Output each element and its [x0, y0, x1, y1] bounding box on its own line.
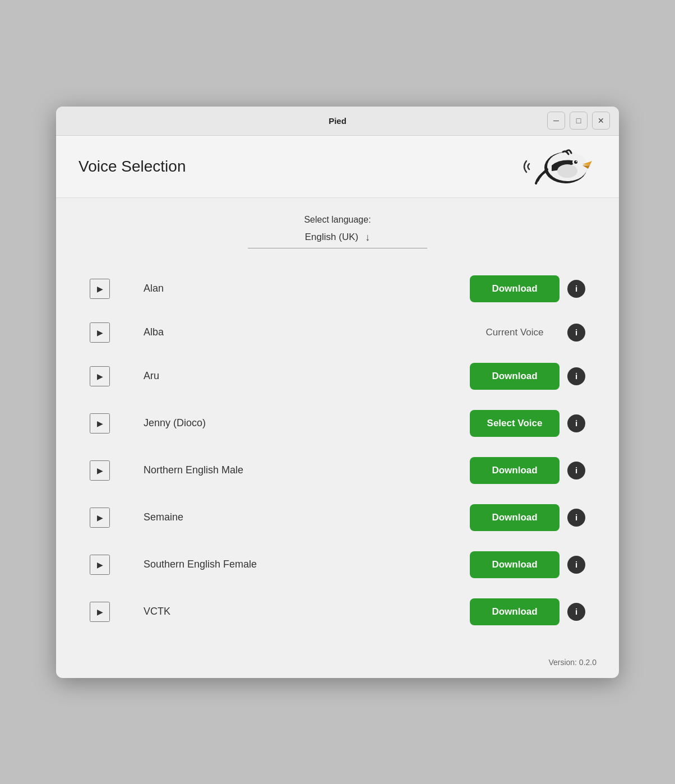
play-button[interactable]: ▶	[90, 508, 110, 528]
voice-row: ▶Southern English FemaleDownloadi	[78, 541, 597, 588]
download-button[interactable]: Download	[470, 275, 560, 302]
voice-name: Alan	[110, 283, 470, 294]
download-button[interactable]: Download	[470, 551, 560, 578]
chevron-down-icon: ↓	[365, 232, 370, 243]
play-button[interactable]: ▶	[90, 366, 110, 386]
voice-row: ▶AlanDownloadi	[78, 265, 597, 312]
voice-action-area: Downloadi	[470, 551, 585, 578]
info-button[interactable]: i	[567, 509, 585, 527]
play-button[interactable]: ▶	[90, 602, 110, 622]
voice-action-area: Downloadi	[470, 275, 585, 302]
info-button[interactable]: i	[567, 556, 585, 574]
content-area: Select language: English (UK) ↓ ▶AlanDow…	[56, 198, 619, 652]
maximize-button[interactable]: □	[570, 112, 588, 130]
voice-action-area: Downloadi	[470, 457, 585, 484]
voice-row: ▶AruDownloadi	[78, 353, 597, 400]
voice-row: ▶Jenny (Dioco)Select Voicei	[78, 400, 597, 447]
voice-name: Southern English Female	[110, 559, 470, 570]
info-button[interactable]: i	[567, 414, 585, 432]
language-label: Select language:	[78, 215, 597, 225]
download-button[interactable]: Download	[470, 504, 560, 531]
footer: Version: 0.2.0	[56, 652, 619, 678]
play-button[interactable]: ▶	[90, 555, 110, 575]
version-label: Version: 0.2.0	[548, 658, 597, 667]
voice-name: VCTK	[110, 606, 470, 617]
window-title: Pied	[329, 116, 346, 126]
voice-action-area: Current Voicei	[470, 324, 585, 342]
close-button[interactable]: ✕	[592, 112, 610, 130]
info-button[interactable]: i	[567, 462, 585, 479]
voice-action-area: Downloadi	[470, 363, 585, 390]
voice-action-area: Select Voicei	[470, 410, 585, 437]
play-button[interactable]: ▶	[90, 279, 110, 299]
select-voice-button[interactable]: Select Voice	[470, 410, 560, 437]
voice-action-area: Downloadi	[470, 504, 585, 531]
language-dropdown[interactable]: English (UK) ↓	[248, 232, 427, 248]
voice-list: ▶AlanDownloadi▶AlbaCurrent Voicei▶AruDow…	[78, 265, 597, 635]
voice-row: ▶SemaineDownloadi	[78, 494, 597, 541]
download-button[interactable]: Download	[470, 363, 560, 390]
bird-logo	[518, 147, 597, 186]
download-button[interactable]: Download	[470, 598, 560, 625]
current-voice-label: Current Voice	[470, 327, 560, 338]
play-button[interactable]: ▶	[90, 322, 110, 343]
voice-row: ▶VCTKDownloadi	[78, 588, 597, 635]
page-title: Voice Selection	[78, 158, 186, 176]
info-button[interactable]: i	[567, 280, 585, 298]
svg-point-3	[574, 160, 577, 164]
language-section: Select language: English (UK) ↓	[78, 215, 597, 248]
svg-point-4	[576, 161, 577, 162]
window-controls: ─ □ ✕	[547, 112, 610, 130]
voice-name: Alba	[110, 326, 470, 338]
voice-name: Jenny (Dioco)	[110, 417, 470, 429]
voice-row: ▶AlbaCurrent Voicei	[78, 312, 597, 353]
header-section: Voice Selection	[56, 136, 619, 198]
info-button[interactable]: i	[567, 603, 585, 621]
minimize-button[interactable]: ─	[547, 112, 565, 130]
play-button[interactable]: ▶	[90, 413, 110, 433]
voice-action-area: Downloadi	[470, 598, 585, 625]
language-selected-value: English (UK)	[305, 232, 358, 243]
voice-row: ▶Northern English MaleDownloadi	[78, 447, 597, 494]
play-button[interactable]: ▶	[90, 460, 110, 481]
titlebar: Pied ─ □ ✕	[56, 107, 619, 136]
svg-point-5	[557, 164, 577, 178]
info-button[interactable]: i	[567, 324, 585, 342]
voice-name: Northern English Male	[110, 464, 470, 476]
download-button[interactable]: Download	[470, 457, 560, 484]
info-button[interactable]: i	[567, 367, 585, 385]
voice-name: Aru	[110, 370, 470, 382]
voice-name: Semaine	[110, 511, 470, 523]
main-window: Pied ─ □ ✕ Voice Selection	[56, 107, 619, 678]
